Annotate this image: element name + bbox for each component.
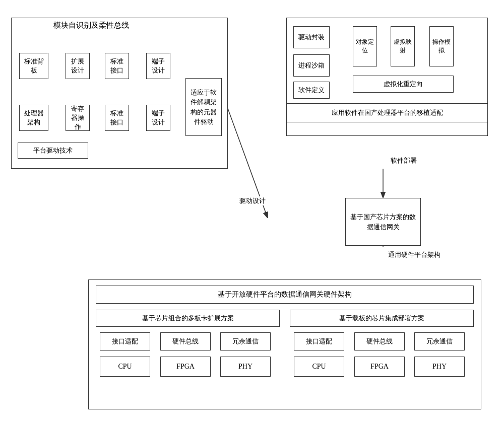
driver-box: 适应于软件解耦架构的元器件驱动 xyxy=(185,78,222,136)
box-expand-design: 扩展设计 xyxy=(66,53,90,79)
box-virtual-map: 虚拟映射 xyxy=(391,26,415,66)
diagram: 模块自识别及柔性总线 标准背板 扩展设计 标准接口 端子设计 处理器架构 寄存器… xyxy=(0,0,504,421)
box-standard-interface2: 标准接口 xyxy=(105,105,129,131)
box-process-sandbox: 进程沙箱 xyxy=(293,54,330,77)
right-row1-box2: 硬件总线 xyxy=(354,332,405,350)
box-driver-package: 驱动封装 xyxy=(293,26,330,48)
box-standard-interface1: 标准接口 xyxy=(105,53,129,79)
left-row2-fpga: FPGA xyxy=(160,357,211,377)
box-processor-arch: 处理器架构 xyxy=(19,105,48,131)
hardware-arch-label: 通用硬件平台架构 xyxy=(388,250,440,259)
box-register-op: 寄存器操作 xyxy=(66,105,90,131)
box-object-locate: 对象定位 xyxy=(353,26,377,66)
right-row1-box3: 冗余通信 xyxy=(414,332,465,350)
box-op-simulate: 操作模拟 xyxy=(429,26,454,66)
box-terminal-design2: 端子设计 xyxy=(146,105,170,131)
platform-driver-label: 平台驱动技术 xyxy=(18,143,88,159)
left-row1-box2: 硬件总线 xyxy=(160,332,211,350)
left-row2-cpu: CPU xyxy=(100,357,150,377)
right-top-bottom-label: 应用软件在国产处理器平台的移植适配 xyxy=(286,103,488,122)
left-row2-phy: PHY xyxy=(220,357,271,377)
right-row2-cpu: CPU xyxy=(294,357,344,377)
right-row2-phy: PHY xyxy=(414,357,465,377)
box-virtual-redirect: 虚拟化重定向 xyxy=(353,76,454,93)
box-standard-backplane: 标准背板 xyxy=(19,53,48,79)
right-row2-fpga: FPGA xyxy=(354,357,405,377)
drive-design-label: 驱动设计 xyxy=(239,196,266,205)
bottom-left-sub-label: 基于芯片组合的多板卡扩展方案 xyxy=(96,310,280,327)
box-software-define: 软件定义 xyxy=(293,82,330,99)
bottom-right-sub-label: 基于载板的芯片集成部署方案 xyxy=(290,310,474,327)
bottom-main-label: 基于开放硬件平台的数据通信网关硬件架构 xyxy=(96,286,474,304)
gateway-box: 基于国产芯片方案的数据通信网关 xyxy=(345,198,421,246)
outer-left-label: 模块自识别及柔性总线 xyxy=(50,20,132,31)
left-row1-box1: 接口适配 xyxy=(100,332,150,350)
right-row1-box1: 接口适配 xyxy=(294,332,344,350)
software-deploy-label: 软件部署 xyxy=(391,156,417,165)
left-row1-box3: 冗余通信 xyxy=(220,332,271,350)
box-terminal-design1: 端子设计 xyxy=(146,53,170,79)
